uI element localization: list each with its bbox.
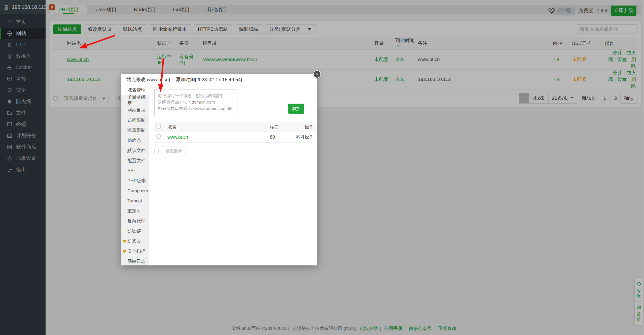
domain-input-textarea[interactable] (154, 89, 237, 116)
modal-menu-rewrite[interactable]: 伪静态 (121, 135, 149, 145)
batch-delete-button[interactable]: 批量删除 (162, 146, 186, 156)
add-domain-button[interactable]: 添加 (288, 104, 304, 114)
modal-menu-tamper-proof[interactable]: 防篡改 (121, 236, 149, 246)
modal-menu-anti-leech[interactable]: 防盗链 (121, 226, 149, 236)
domain-port: 80 (270, 135, 275, 140)
modal-menu-site-log[interactable]: 网站日志 (121, 256, 149, 266)
domain-row: www.bt.cn 80 不可操作 (154, 132, 316, 143)
col-domain: 域名 (165, 122, 268, 132)
modal-menu-tomcat[interactable]: Tomcat (121, 196, 149, 206)
col-domain-ops: 操作 (291, 122, 316, 132)
bt-panel-app: 192.168.10.112 0 首页 网站 FTP 数据库 Docke (0, 0, 644, 335)
modal-menu-security-scan[interactable]: 安全扫描 (121, 246, 149, 256)
domain-select-all-checkbox[interactable] (156, 124, 161, 129)
modal-menu-traffic-limit[interactable]: 流量限制 (121, 125, 149, 135)
modal-menu-reverse-proxy[interactable]: 反向代理 (121, 216, 149, 226)
pro-diamond-icon (122, 249, 127, 254)
modal-menu-ssl[interactable]: SSL (121, 166, 149, 176)
domain-table-header-row: 域名 端口 操作 (154, 122, 316, 132)
pro-diamond-icon (122, 239, 127, 243)
domain-name[interactable]: www.bt.cn (167, 135, 188, 140)
domain-table: 域名 端口 操作 www.bt.cn 80 不可操作 (154, 122, 316, 143)
modal-menu-domain-manage[interactable]: 域名管理 (121, 85, 149, 95)
modal-menu-php-version[interactable]: PHP版本 (121, 176, 149, 186)
site-edit-modal: × 站点修改[www.bt.cn] -- 添加时间[2023-02-17 15:… (121, 74, 317, 265)
modal-menu: 域名管理 子目录绑定 网站目录 访问限制 流量限制 伪静态 默认文档 配置文件 … (121, 85, 149, 265)
domain-batch-bar: 批量删除 (154, 146, 316, 156)
modal-menu-subdir-bind[interactable]: 子目录绑定 (121, 95, 149, 105)
domain-batch-checkbox[interactable] (154, 149, 159, 153)
close-icon[interactable]: × (313, 70, 321, 78)
domain-row-checkbox[interactable] (156, 134, 161, 139)
col-port: 端口 (268, 122, 291, 132)
modal-menu-access-limit[interactable]: 访问限制 (121, 115, 149, 125)
modal-menu-composer[interactable]: Composer (121, 186, 149, 196)
modal-menu-redirect[interactable]: 重定向 (121, 206, 149, 216)
modal-menu-config-file[interactable]: 配置文件 (121, 156, 149, 166)
domain-manage-panel: 添加 域名 端口 操作 www.bt.cn (149, 85, 320, 265)
modal-menu-site-dir[interactable]: 网站目录 (121, 105, 149, 115)
domain-op: 不可操作 (296, 135, 314, 140)
modal-body: 域名管理 子目录绑定 网站目录 访问限制 流量限制 伪静态 默认文档 配置文件 … (121, 85, 317, 265)
modal-title: 站点修改[www.bt.cn] -- 添加时间[2023-02-17 15:49… (121, 74, 317, 85)
modal-overlay[interactable] (0, 0, 644, 335)
modal-menu-default-doc[interactable]: 默认文档 (121, 145, 149, 156)
